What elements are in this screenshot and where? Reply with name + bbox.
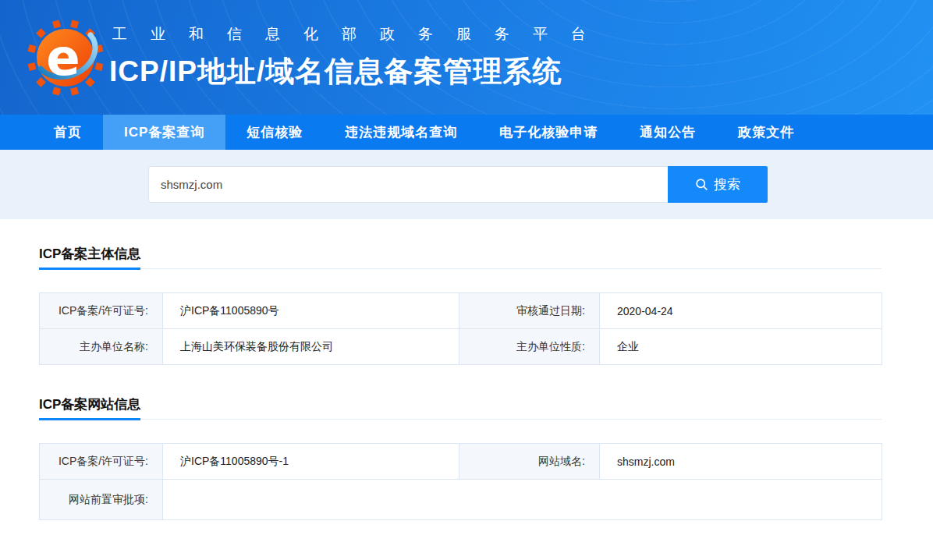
search-button[interactable]: 搜索 <box>668 166 768 203</box>
nav-item-home[interactable]: 首页 <box>33 115 103 150</box>
section-title-website: ICP备案网站信息 <box>39 398 140 420</box>
page-title: ICP/IP地址/域名信息备案管理系统 <box>109 52 609 91</box>
website-info-section: ICP备案网站信息 ICP备案/许可证号: 沪ICP备11005890号-1 网… <box>39 398 882 520</box>
search-icon <box>695 178 708 191</box>
field-label: ICP备案/许可证号: <box>40 293 163 329</box>
field-label: 网站域名: <box>459 444 600 480</box>
nav-item-notices[interactable]: 通知公告 <box>619 115 717 150</box>
search-button-label: 搜索 <box>714 175 740 193</box>
nav-item-e-verification-apply[interactable]: 电子化核验申请 <box>478 115 619 150</box>
table-row: 网站前置审批项: <box>40 480 882 520</box>
field-value: 沪ICP备11005890号-1 <box>163 444 459 480</box>
field-value: 上海山美环保装备股份有限公司 <box>163 329 459 365</box>
main-nav: 首页 ICP备案查询 短信核验 违法违规域名查询 电子化核验申请 通知公告 政策… <box>0 115 933 150</box>
field-label: ICP备案/许可证号: <box>40 444 163 480</box>
section-head: ICP备案网站信息 <box>39 398 882 420</box>
content-area: ICP备案主体信息 ICP备案/许可证号: 沪ICP备11005890号 审核通… <box>39 247 882 520</box>
field-value: 2020-04-24 <box>600 293 882 329</box>
field-value: 沪ICP备11005890号 <box>163 293 459 329</box>
svg-text:e: e <box>46 29 80 87</box>
table-row: ICP备案/许可证号: 沪ICP备11005890号-1 网站域名: shsmz… <box>40 444 882 480</box>
field-label: 主办单位名称: <box>40 329 163 365</box>
field-value: shsmzj.com <box>600 444 882 480</box>
field-value: 企业 <box>600 329 882 365</box>
section-head: ICP备案主体信息 <box>39 247 882 269</box>
field-label: 审核通过日期: <box>459 293 600 329</box>
field-label: 主办单位性质: <box>459 329 600 365</box>
search-band: 搜索 <box>0 150 933 219</box>
field-value <box>163 480 882 520</box>
nav-item-illegal-domain-query[interactable]: 违法违规域名查询 <box>324 115 478 150</box>
gear-e-logo: e <box>27 19 105 97</box>
website-info-table: ICP备案/许可证号: 沪ICP备11005890号-1 网站域名: shsmz… <box>39 443 882 520</box>
table-row: 主办单位名称: 上海山美环保装备股份有限公司 主办单位性质: 企业 <box>40 329 882 365</box>
platform-subtitle: 工业和信息化部政务服务平台 <box>112 24 609 44</box>
table-row: ICP备案/许可证号: 沪ICP备11005890号 审核通过日期: 2020-… <box>40 293 882 329</box>
search-input[interactable] <box>148 166 668 203</box>
subject-info-section: ICP备案主体信息 ICP备案/许可证号: 沪ICP备11005890号 审核通… <box>39 247 882 365</box>
nav-item-policy-docs[interactable]: 政策文件 <box>717 115 815 150</box>
site-header: e 工业和信息化部政务服务平台 ICP/IP地址/域名信息备案管理系统 <box>0 0 933 115</box>
nav-item-icp-query[interactable]: ICP备案查询 <box>103 115 225 150</box>
field-label: 网站前置审批项: <box>40 480 163 520</box>
subject-info-table: ICP备案/许可证号: 沪ICP备11005890号 审核通过日期: 2020-… <box>39 292 882 365</box>
nav-item-sms-verify[interactable]: 短信核验 <box>225 115 324 150</box>
section-title-subject: ICP备案主体信息 <box>39 247 140 270</box>
